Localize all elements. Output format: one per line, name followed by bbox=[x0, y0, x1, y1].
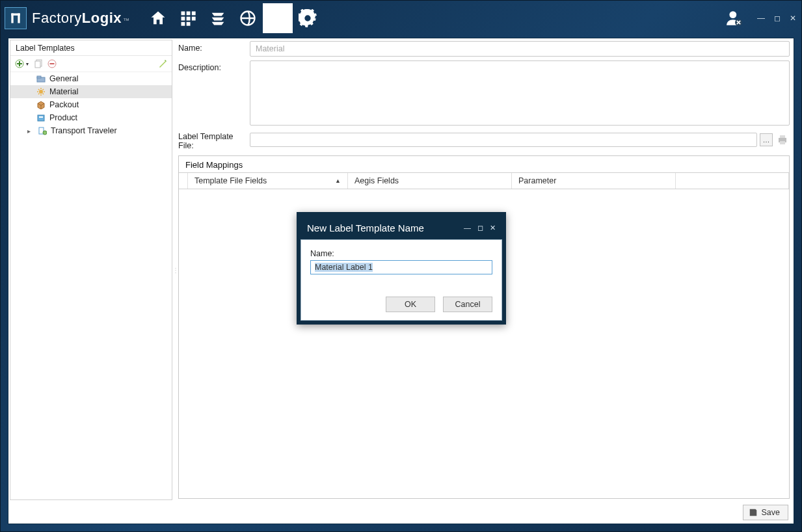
col-parameter[interactable]: Parameter bbox=[512, 173, 676, 189]
dialog-minimize-button[interactable]: — bbox=[464, 224, 471, 232]
svg-rect-15 bbox=[273, 21, 282, 23]
new-label-template-dialog: New Label Template Name — ◻ ✕ Name: Mate… bbox=[297, 212, 506, 325]
brand-second: Logix bbox=[82, 10, 122, 27]
svg-rect-4 bbox=[186, 12, 190, 16]
browse-button[interactable]: … bbox=[760, 133, 773, 146]
template-file-field[interactable] bbox=[250, 133, 757, 147]
delete-icon[interactable] bbox=[47, 59, 57, 69]
svg-rect-8 bbox=[191, 17, 195, 21]
home-button[interactable] bbox=[143, 3, 173, 33]
name-field[interactable] bbox=[250, 41, 790, 57]
add-icon[interactable] bbox=[14, 59, 25, 69]
svg-rect-13 bbox=[273, 14, 278, 17]
dialog-name-input[interactable]: Material Label 1 bbox=[310, 260, 492, 274]
gear-small-icon bbox=[36, 87, 46, 96]
close-button[interactable]: ✕ bbox=[790, 14, 796, 22]
svg-rect-24 bbox=[37, 76, 41, 78]
dialog-title-bar[interactable]: New Label Template Name — ◻ ✕ bbox=[301, 216, 502, 239]
templates-button[interactable] bbox=[263, 3, 293, 33]
grid-title: Field Mappings bbox=[179, 156, 789, 172]
tree-label: Packout bbox=[49, 100, 79, 109]
app-logo bbox=[5, 7, 27, 29]
svg-rect-3 bbox=[181, 12, 185, 16]
label-templates-panel: Label Templates ▾ General Material bbox=[10, 40, 172, 500]
sort-asc-icon: ▲ bbox=[335, 178, 341, 184]
tree-label: Transport Traveler bbox=[51, 126, 117, 135]
tree-item-packout[interactable]: Packout bbox=[10, 98, 172, 111]
tree-item-material[interactable]: Material bbox=[10, 85, 172, 98]
stack-button[interactable] bbox=[203, 3, 233, 33]
save-icon bbox=[749, 508, 758, 517]
expand-caret-icon[interactable]: ▸ bbox=[27, 127, 34, 135]
toolbar-buttons bbox=[143, 3, 323, 33]
minimize-button[interactable]: — bbox=[757, 14, 765, 22]
tree-label: Product bbox=[49, 113, 77, 122]
svg-rect-27 bbox=[39, 116, 43, 118]
field-mappings-grid: Field Mappings Template File Fields▲ Aeg… bbox=[178, 155, 790, 499]
add-dropdown-caret[interactable]: ▾ bbox=[26, 61, 29, 67]
tree-label: General bbox=[49, 74, 78, 83]
print-icon[interactable] bbox=[775, 133, 790, 147]
svg-rect-2 bbox=[18, 14, 20, 23]
app-brand: FactoryLogix™ bbox=[32, 10, 130, 27]
footer-bar: Save bbox=[8, 501, 794, 524]
folder-icon bbox=[36, 74, 46, 83]
svg-rect-6 bbox=[181, 17, 185, 21]
svg-rect-5 bbox=[191, 12, 195, 16]
tree-label: Material bbox=[49, 87, 78, 96]
panel-toolbar: ▾ bbox=[10, 56, 172, 72]
maximize-button[interactable]: ◻ bbox=[774, 14, 781, 22]
col-template-file-fields[interactable]: Template File Fields▲ bbox=[188, 173, 348, 189]
traveler-icon bbox=[38, 126, 47, 135]
svg-point-25 bbox=[39, 90, 43, 94]
window-controls: — ◻ ✕ bbox=[757, 14, 796, 22]
tree-item-transport-traveler[interactable]: ▸ Transport Traveler bbox=[10, 124, 172, 137]
svg-rect-32 bbox=[780, 141, 785, 144]
svg-rect-14 bbox=[273, 18, 282, 20]
title-bar: FactoryLogix™ — ◻ ✕ bbox=[1, 1, 801, 36]
dialog-maximize-button[interactable]: ◻ bbox=[477, 224, 483, 232]
svg-point-29 bbox=[43, 131, 47, 135]
grid-header: Template File Fields▲ Aegis Fields Param… bbox=[179, 172, 789, 189]
description-field[interactable] bbox=[250, 60, 790, 126]
svg-rect-20 bbox=[35, 61, 40, 68]
templates-tree: General Material Packout Product ▸ bbox=[10, 72, 172, 499]
globe-button[interactable] bbox=[233, 3, 263, 33]
dialog-title: New Label Template Name bbox=[307, 222, 424, 233]
svg-rect-31 bbox=[780, 135, 785, 138]
description-label: Description: bbox=[178, 60, 250, 72]
copy-icon[interactable] bbox=[34, 59, 44, 69]
wizard-icon[interactable] bbox=[157, 59, 168, 69]
cancel-button[interactable]: Cancel bbox=[443, 297, 492, 312]
dialog-close-button[interactable]: ✕ bbox=[490, 224, 496, 232]
ok-button[interactable]: OK bbox=[386, 297, 435, 312]
tree-item-product[interactable]: Product bbox=[10, 111, 172, 124]
svg-rect-22 bbox=[50, 63, 55, 64]
name-label: Name: bbox=[178, 41, 250, 53]
settings-button[interactable] bbox=[293, 3, 323, 33]
col-aegis-fields[interactable]: Aegis Fields bbox=[348, 173, 512, 189]
brand-first: Factory bbox=[32, 10, 82, 27]
template-file-label: Label Template File: bbox=[178, 129, 250, 150]
svg-rect-9 bbox=[181, 22, 185, 26]
panel-title: Label Templates bbox=[10, 40, 172, 56]
svg-rect-10 bbox=[186, 22, 190, 26]
svg-point-16 bbox=[729, 11, 736, 18]
dialog-name-label: Name: bbox=[310, 249, 492, 258]
grid-button[interactable] bbox=[173, 3, 203, 33]
svg-rect-26 bbox=[38, 115, 44, 121]
svg-rect-7 bbox=[186, 17, 190, 21]
product-icon bbox=[36, 113, 46, 122]
user-icon[interactable] bbox=[726, 10, 743, 27]
tree-item-general[interactable]: General bbox=[10, 72, 172, 85]
box-icon bbox=[36, 100, 46, 109]
save-button[interactable]: Save bbox=[743, 505, 789, 520]
